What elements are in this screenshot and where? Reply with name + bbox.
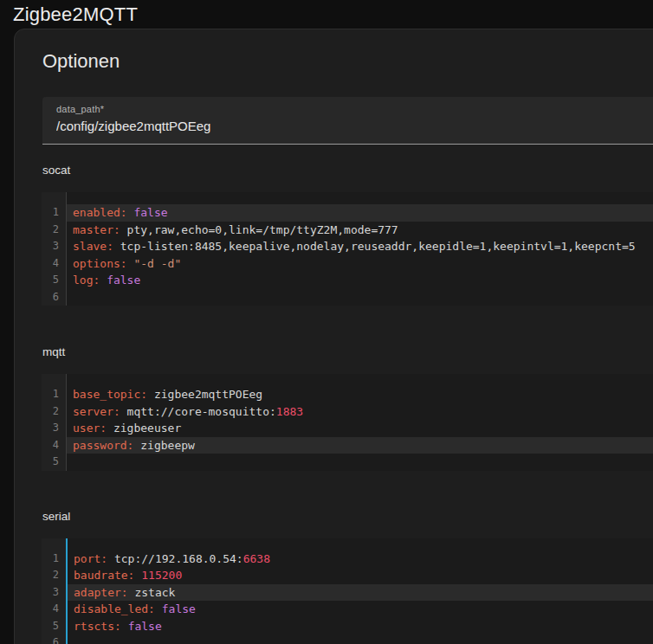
- line-number: 1: [42, 386, 66, 403]
- line-number: 4: [42, 437, 66, 454]
- app-header: Zigbee2MQTT: [0, 0, 653, 29]
- code-line[interactable]: rtscts: false: [68, 618, 653, 635]
- code-token: [100, 274, 107, 287]
- line-number: 5: [42, 618, 66, 635]
- code-token: false: [128, 620, 162, 633]
- code-line[interactable]: slave: tcp-listen:8485,keepalive,nodelay…: [67, 238, 653, 255]
- code-token: zigbeeuser: [107, 422, 181, 435]
- options-card: Optionen data_path* socat 123456 enabled…: [14, 29, 653, 644]
- code-token: user:: [73, 422, 107, 435]
- code-token: tcp-listen:8485,keepalive,nodelay,reusea…: [113, 240, 636, 253]
- code-token: master:: [73, 223, 120, 236]
- code-line[interactable]: password: zigbeepw: [67, 437, 653, 454]
- yaml-editor[interactable]: 123456 port: tcp://192.168.0.54:6638baud…: [42, 538, 653, 644]
- yaml-editor[interactable]: 12345 base_topic: zigbee2mqttPOEegserver…: [42, 374, 653, 471]
- editor-gutter: 123456: [42, 538, 68, 644]
- code-token: port:: [74, 552, 107, 565]
- config-section: socat 123456 enabled: falsemaster: pty,r…: [29, 164, 653, 306]
- editor-gutter: 12345: [42, 374, 67, 471]
- code-token: 115200: [141, 569, 182, 582]
- code-line[interactable]: [67, 454, 653, 471]
- line-number: 5: [42, 272, 66, 289]
- code-token: false: [133, 206, 167, 219]
- line-number: 1: [42, 551, 66, 568]
- code-line[interactable]: baudrate: 115200: [68, 567, 653, 584]
- code-token: false: [107, 274, 140, 287]
- page-title: Optionen: [42, 50, 653, 73]
- code-token: [155, 602, 162, 615]
- line-number: 1: [42, 204, 66, 222]
- line-number: 4: [42, 255, 66, 273]
- code-token: options:: [73, 257, 127, 270]
- code-line[interactable]: user: zigbeeuser: [67, 420, 653, 437]
- config-section: serial 123456 port: tcp://192.168.0.54:6…: [29, 510, 653, 644]
- code-token: baudrate:: [74, 569, 134, 582]
- code-token: 6638: [243, 552, 270, 565]
- code-line[interactable]: enabled: false: [67, 204, 653, 222]
- section-label: mqtt: [42, 345, 653, 358]
- line-number: 2: [42, 567, 66, 584]
- code-token: server:: [73, 405, 120, 418]
- code-token: zigbee2mqttPOEeg: [147, 388, 262, 401]
- line-number: 3: [42, 584, 66, 602]
- code-token: adapter:: [74, 586, 128, 599]
- line-number: 3: [42, 238, 66, 255]
- code-line[interactable]: base_topic: zigbee2mqttPOEeg: [67, 386, 653, 403]
- section-label: serial: [42, 510, 653, 523]
- app-title: Zigbee2MQTT: [13, 3, 138, 26]
- editor-code[interactable]: port: tcp://192.168.0.54:6638baudrate: 1…: [68, 538, 653, 644]
- editor-gutter: 123456: [42, 192, 67, 306]
- code-token: enabled:: [73, 206, 127, 219]
- code-line[interactable]: server: mqtt://core-mosquitto:1883: [67, 403, 653, 421]
- code-token: zstack: [128, 586, 176, 599]
- code-token: slave:: [73, 240, 113, 253]
- code-token: log:: [73, 274, 100, 287]
- code-line[interactable]: log: false: [67, 272, 653, 289]
- line-number: 5: [42, 454, 66, 471]
- code-line[interactable]: disable_led: false: [68, 601, 653, 618]
- data-path-field[interactable]: data_path*: [42, 97, 653, 145]
- code-token: false: [162, 602, 196, 615]
- code-line[interactable]: port: tcp://192.168.0.54:6638: [68, 551, 653, 568]
- editor-code[interactable]: base_topic: zigbee2mqttPOEegserver: mqtt…: [67, 374, 653, 471]
- code-line[interactable]: options: "-d -d": [67, 255, 653, 273]
- code-token: 1883: [276, 405, 303, 418]
- code-token: tcp://192.168.0.54:: [107, 552, 243, 565]
- code-line[interactable]: adapter: zstack: [68, 584, 653, 602]
- code-token: mqtt://core-mosquitto:: [120, 405, 276, 418]
- code-line[interactable]: master: pty,raw,echo=0,link=/tmp/ttyZ2M,…: [67, 222, 653, 239]
- line-number: 6: [42, 289, 66, 306]
- data-path-label: data_path*: [56, 104, 653, 115]
- line-number: 3: [42, 420, 66, 437]
- line-number: 2: [42, 222, 66, 239]
- code-token: "-d -d": [133, 257, 181, 270]
- line-number: 6: [42, 634, 66, 644]
- code-token: rtscts:: [74, 620, 121, 633]
- code-token: [121, 620, 128, 633]
- line-number: 4: [42, 601, 66, 618]
- code-token: zigbeepw: [133, 439, 194, 452]
- line-number: 2: [42, 403, 66, 421]
- yaml-editor[interactable]: 123456 enabled: falsemaster: pty,raw,ech…: [42, 192, 653, 306]
- config-section: mqtt 12345 base_topic: zigbee2mqttPOEegs…: [29, 345, 653, 471]
- editor-code[interactable]: enabled: falsemaster: pty,raw,echo=0,lin…: [67, 192, 653, 306]
- section-label: socat: [42, 164, 653, 177]
- code-token: base_topic:: [73, 388, 147, 401]
- config-sections: socat 123456 enabled: falsemaster: pty,r…: [29, 164, 653, 644]
- code-line[interactable]: [68, 634, 653, 644]
- code-token: password:: [73, 439, 133, 452]
- code-line[interactable]: [67, 289, 653, 306]
- code-token: disable_led:: [74, 602, 155, 615]
- code-token: pty,raw,echo=0,link=/tmp/ttyZ2M,mode=777: [120, 223, 398, 236]
- data-path-input[interactable]: [56, 118, 403, 135]
